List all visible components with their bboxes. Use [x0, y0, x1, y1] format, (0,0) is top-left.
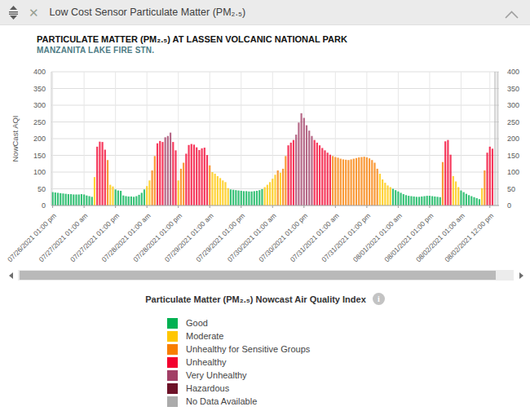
svg-text:150: 150 [507, 152, 519, 160]
aqi-bar [264, 187, 266, 206]
aqi-bar [237, 191, 239, 206]
aqi-bar [235, 190, 236, 206]
aqi-bar [382, 179, 383, 206]
scroll-left-arrow[interactable] [9, 272, 13, 279]
aqi-bar [99, 142, 100, 206]
aqi-bar [277, 170, 279, 206]
legend-item: No Data Available [167, 395, 310, 408]
aqi-bar [258, 190, 260, 206]
aqi-bar [261, 189, 263, 206]
aqi-bar [269, 182, 271, 206]
aqi-bar [356, 158, 357, 206]
aqi-bar-chart: 0050501001001501502002002502503003003503… [0, 62, 530, 263]
aqi-bar [426, 196, 428, 206]
aqi-bar [209, 166, 210, 206]
aqi-bar [170, 133, 171, 206]
aqi-bar [298, 122, 299, 206]
aqi-bar [466, 194, 467, 206]
aqi-bar [308, 130, 310, 206]
aqi-bar [267, 185, 268, 206]
scrollbar-thumb[interactable] [20, 271, 496, 280]
aqi-bar [52, 192, 54, 206]
aqi-bar [444, 141, 446, 206]
svg-text:200: 200 [33, 135, 46, 143]
aqi-bar [489, 147, 491, 206]
legend-swatch [167, 370, 178, 381]
aqi-bar [360, 157, 362, 206]
legend-title-row: Particulate Matter (PM₂.₅) Nowcast Air Q… [0, 291, 530, 306]
aqi-bar [204, 148, 205, 206]
aqi-bar [280, 173, 281, 206]
collapse-chevron-icon[interactable] [505, 7, 519, 22]
aqi-bar [167, 136, 169, 206]
aqi-bar [107, 160, 108, 206]
legend-item: Unhealthy for Sensitive Groups [167, 343, 310, 356]
legend-item: Good [167, 316, 310, 329]
aqi-bar [332, 156, 333, 206]
aqi-bar [86, 196, 87, 206]
aqi-bar [301, 113, 303, 206]
info-icon[interactable]: i [373, 293, 385, 305]
aqi-bar [457, 187, 459, 206]
aqi-bar [183, 163, 184, 206]
aqi-bar [345, 160, 347, 206]
aqi-bar [75, 194, 77, 206]
aqi-bar [148, 180, 150, 206]
aqi-bar [102, 142, 104, 206]
legend-items: GoodModerateUnhealthy for Sensitive Grou… [167, 316, 310, 408]
svg-text:400: 400 [507, 68, 519, 76]
aqi-bar [413, 197, 415, 206]
aqi-bar [342, 159, 344, 206]
aqi-bar [386, 185, 388, 206]
svg-text:350: 350 [33, 85, 46, 93]
svg-text:0: 0 [42, 201, 46, 210]
aqi-bar [293, 140, 294, 206]
aqi-bar [395, 190, 396, 206]
drag-handle-icon[interactable] [7, 6, 20, 20]
aqi-bar [73, 194, 74, 206]
aqi-bar [251, 192, 253, 206]
aqi-bar [397, 192, 399, 206]
aqi-bar [133, 197, 135, 206]
aqi-bar [334, 157, 336, 206]
no-data-bar [494, 72, 496, 206]
aqi-bar [319, 145, 320, 206]
aqi-bar [479, 199, 480, 206]
legend-swatch [167, 357, 178, 368]
scroll-right-arrow[interactable] [519, 272, 523, 279]
aqi-bar [460, 191, 462, 206]
aqi-bar [303, 118, 305, 206]
svg-text:0: 0 [507, 201, 511, 210]
aqi-bar [405, 195, 407, 206]
aqi-bar [274, 175, 276, 206]
aqi-bar [122, 196, 124, 206]
aqi-bar [416, 197, 417, 206]
aqi-bar [128, 197, 130, 206]
legend-item: Hazardous [167, 382, 310, 395]
aqi-bar [347, 160, 349, 206]
aqi-bar [178, 180, 179, 206]
aqi-bar [306, 126, 307, 206]
close-icon[interactable]: ✕ [29, 7, 39, 19]
aqi-bar [60, 193, 61, 206]
aqi-bar [418, 197, 420, 206]
aqi-bar [282, 169, 284, 206]
aqi-bar [423, 197, 425, 206]
aqi-bar [117, 191, 119, 206]
y-axis-title: NowCast AQI [11, 115, 20, 161]
aqi-bar [290, 143, 292, 206]
aqi-bar [321, 148, 323, 206]
aqi-bar [81, 194, 82, 206]
aqi-bar [285, 156, 286, 206]
aqi-bar [109, 185, 111, 206]
y-grid-and-ticks: 0050501001001501502002002502503003003503… [33, 68, 519, 210]
aqi-bar [130, 197, 132, 206]
aqi-bar [88, 197, 90, 206]
window-title: Low Cost Sensor Particulate Matter (PM₂.… [50, 7, 246, 18]
aqi-bar [351, 159, 352, 206]
legend-swatch [167, 396, 178, 407]
aqi-bar [256, 191, 258, 206]
aqi-bar [141, 192, 143, 206]
aqi-bar [161, 142, 163, 206]
scrollbar-track[interactable] [18, 270, 514, 281]
